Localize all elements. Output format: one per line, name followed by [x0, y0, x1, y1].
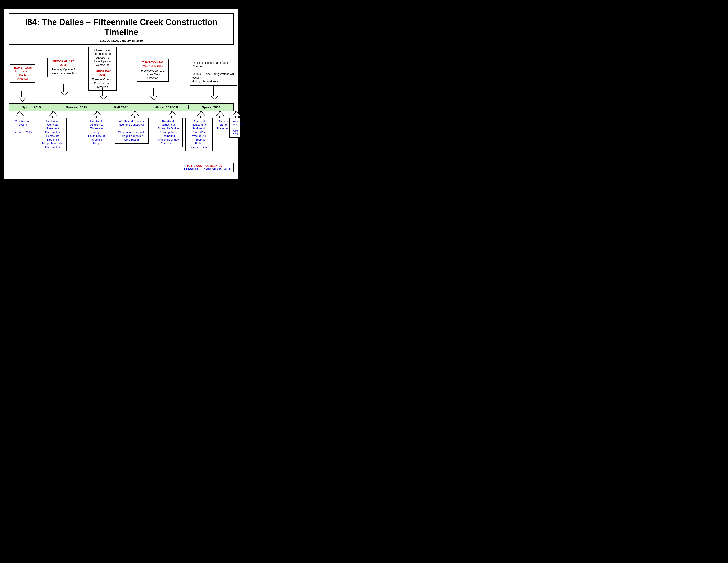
legend: TRAFFIC CONTROL RELATED CONSTRUCTION ACT…: [182, 163, 234, 172]
legend-traffic: TRAFFIC CONTROL RELATED: [184, 164, 231, 167]
construction-box-8: ProjectCompletionJune 2016: [229, 118, 241, 137]
const-text-3a: Roadworkadjacent toThreemileBridge: [90, 120, 103, 134]
const-text-8: ProjectCompletionJune 2016: [232, 120, 243, 135]
traffic-box-2: MEMORIAL DAY2015 Freeway Open to 2Lanes …: [47, 58, 79, 77]
page: I84: The Dalles – Fifteenmile Creek Cons…: [4, 9, 238, 179]
construction-box-3: Roadworkadjacent toThreemileBridge South…: [83, 118, 110, 147]
const-text-4a: Westbound ConcretePavement Construction: [118, 120, 146, 126]
arrow-stem-5: [213, 85, 214, 96]
traffic-memorial-red: MEMORIAL DAY2015: [50, 60, 77, 67]
title-block: I84: The Dalles – Fifteenmile Creek Cons…: [9, 13, 234, 45]
timeline-area: Traffic Placedin 1 Lane inEachDirection …: [9, 47, 234, 172]
const-text-7: MedianBarrierPlacement: [217, 120, 230, 130]
traffic-laborday-red: LABOR DAY2015: [90, 70, 115, 77]
construction-box-1: ConstructionBeginsFebruary 2015: [10, 118, 35, 136]
season-summer2015: Summer 2015: [54, 105, 99, 109]
arrow-head-1: [19, 97, 26, 102]
const-text-5a: Roadworkadjacent toThreemile Bridge& Ram…: [158, 120, 179, 134]
legend-construction: CONSTRUCTION ACTIVITY RELATED: [184, 167, 231, 171]
const-text-1: ConstructionBeginsFebruary 2015: [14, 120, 32, 134]
season-spring2016: Spring 2016: [189, 105, 233, 109]
construction-box-5: Roadworkadjacent toThreemile Bridge& Ram…: [154, 118, 183, 147]
const-text-6a: Roadworkadjacent tobridges &Ramp Work: [192, 120, 206, 134]
season-spring2015: Spring 2015: [9, 105, 54, 109]
construction-box-2: Eastbound ConcretePavementConstruction E…: [39, 118, 67, 151]
traffic-box-5: Traffic placed in 1 Lane Each DirectionV…: [190, 59, 237, 86]
const-text-5b: EastboundThreemile BridgeConstruction: [158, 134, 179, 145]
traffic-box-4: THANKSGIVINGWEEKEND 2015 Freeway Open to…: [137, 59, 169, 82]
traffic-memorial-black: Freeway Open to 2Lanes Each Direction: [50, 68, 77, 75]
construction-box-6: Roadworkadjacent tobridges &Ramp Work We…: [185, 118, 213, 151]
arrow-stem-1: [21, 91, 22, 98]
const-text-3b: South Side ofThreemileBridge: [88, 134, 105, 145]
arrow-stem-3: [102, 88, 103, 96]
timeline-bar: Spring 2015 Summer 2015 Fall 2015 Winter…: [9, 103, 234, 111]
traffic-text-1: Traffic Placedin 1 Lane inEachDirection: [14, 66, 32, 81]
traffic-box-1: Traffic Placedin 1 Lane inEachDirection: [10, 64, 35, 83]
const-text-6b: WestboundThreemileBridgeConstruction: [191, 134, 207, 149]
season-fall2015: Fall 2015: [99, 105, 144, 109]
traffic-box-3: LABOR DAY2015 Freeway Open to2 Lanes Eac…: [88, 68, 117, 91]
const-text-2a: Eastbound ConcretePavementConstruction: [45, 120, 60, 134]
arrow-head-2: [60, 92, 68, 101]
const-text-2b: Eastbound ThreemileBridge FoundationCons…: [41, 134, 64, 149]
traffic-spring2016-text: Traffic placed in 1 Lane Each DirectionV…: [192, 61, 235, 83]
const-text-4b: Westbound ThreemileBridge FoundationCons…: [118, 131, 145, 141]
traffic-thanksgiving-black: Freeway Open to 2Lanes EachDirection: [139, 69, 167, 80]
traffic-eastbound-text: 2 Lanes Openin EastboundDirection, 1Lane…: [94, 49, 111, 70]
traffic-laborday-black: Freeway Open to2 Lanes EachDirection: [90, 78, 115, 89]
season-winter201516: Winter 2015/16: [144, 105, 189, 109]
arrow-stem-4: [153, 88, 154, 96]
traffic-thanksgiving-red: THANKSGIVINGWEEKEND 2015: [139, 61, 167, 68]
last-updated: Last Updated: January 28, 2015: [14, 39, 229, 42]
construction-box-4: Westbound ConcretePavement Construction …: [115, 118, 149, 143]
page-title: I84: The Dalles – Fifteenmile Creek Cons…: [14, 17, 229, 37]
arrow-stem-2: [63, 84, 64, 92]
